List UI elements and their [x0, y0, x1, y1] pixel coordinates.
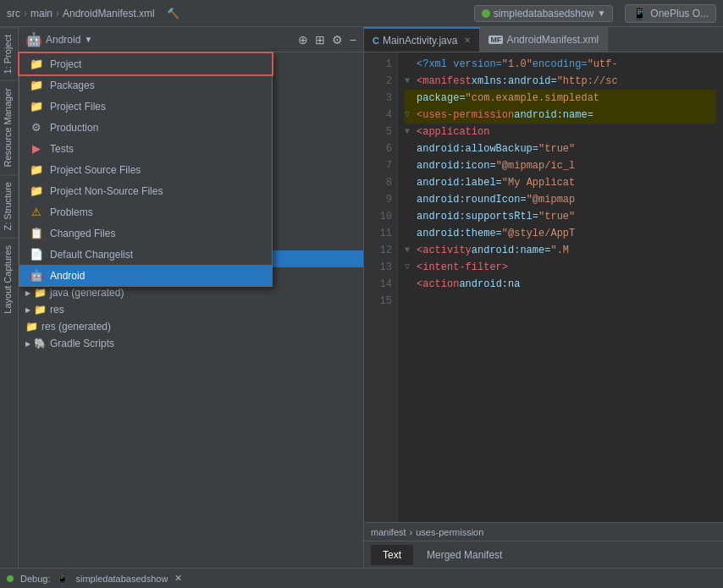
tree-java-generated[interactable]: ▶ 📁 java (generated) [19, 284, 363, 301]
run-config-arrow: ▼ [597, 8, 605, 18]
menu-project-label: Project [50, 58, 81, 70]
hammer-icon: 🔨 [167, 8, 179, 19]
sidebar-item-structure[interactable]: Z: Structure [0, 174, 18, 237]
tab-androidmanifest[interactable]: MF AndroidManifest.xml [480, 27, 608, 52]
projectfiles-icon: 📁 [30, 100, 43, 113]
gradle-label: Gradle Scripts [50, 338, 114, 349]
tab-mainactivity-label: MainActivity.java [383, 35, 457, 47]
menu-item-packages[interactable]: 📁 Packages [19, 74, 272, 96]
breadcrumb-uses-permission: uses-permission [416, 527, 483, 537]
changelist-icon: 📄 [30, 248, 43, 261]
panel-title: Android [46, 34, 80, 46]
menu-changed-label: Changed Files [50, 228, 115, 239]
menu-item-production[interactable]: ⚙ Production [19, 117, 272, 138]
sidebar-item-resource[interactable]: Resource Manager [0, 80, 18, 174]
tab-mf-icon: MF [488, 36, 503, 44]
tab-androidmanifest-label: AndroidManifest.xml [506, 34, 599, 46]
sidebar-item-project[interactable]: 1: Project [0, 27, 18, 80]
tree-gradle[interactable]: ▶ 🐘 Gradle Scripts [19, 335, 363, 352]
dropdown-menu: 📁 Project 📁 Packages 📁 Project Files ⚙ P… [19, 52, 273, 287]
menu-item-projectsource[interactable]: 📁 Project Source Files [19, 159, 272, 180]
editor-breadcrumb: manifest › uses-permission [364, 522, 723, 541]
code-line-14: ▽ <intent-filter> [405, 259, 716, 276]
menu-item-android[interactable]: 🤖 Android [19, 265, 272, 286]
menu-projectfiles-label: Project Files [50, 101, 106, 113]
code-line-6: ▼ <application [405, 124, 716, 140]
status-bar: Debug: 📱 simpledatabasedshow ✕ [0, 568, 723, 588]
android-menu-icon: 🤖 [30, 269, 43, 282]
breadcrumb: src › main › AndroidManifest.xml [7, 8, 155, 19]
code-line-1: <?xml version="1.0" encoding="utf- [405, 56, 716, 73]
res-folder-icon: 📁 [34, 304, 47, 316]
menu-item-changelist[interactable]: 📄 Default Changelist [19, 244, 272, 265]
code-line-5: ▽ <uses-permission android:name= [405, 107, 716, 124]
menu-item-projectnon[interactable]: 📁 Project Non-Source Files [19, 180, 272, 201]
device-label: OnePlus O... [650, 8, 709, 19]
problems-icon: ⚠ [30, 206, 43, 218]
run-config-label: simpledatabasedshow [494, 8, 594, 19]
breadcrumb-arrow: › [410, 527, 413, 537]
code-line-11: android:supportsRtl="true" [405, 208, 716, 225]
menu-item-projectfiles[interactable]: 📁 Project Files [19, 96, 272, 117]
menu-item-project[interactable]: 📁 Project [19, 53, 272, 74]
projectsource-icon: 📁 [30, 163, 43, 176]
menu-item-changed[interactable]: 📋 Changed Files [19, 223, 272, 244]
left-tabs: 1: Project Resource Manager Z: Structure… [0, 27, 19, 568]
code-line-10: android:roundIcon="@mipmap [405, 191, 716, 208]
java-gen-folder-icon: 📁 [34, 287, 47, 299]
code-editor: 12345 678910 1112131415 <?xml version="1… [364, 52, 723, 522]
add-icon[interactable]: ⊕ [298, 33, 308, 47]
android-icon: 🤖 [25, 31, 42, 47]
run-config[interactable]: simpledatabasedshow ▼ [474, 5, 614, 22]
editor-area: C MainActivity.java ✕ MF AndroidManifest… [364, 27, 723, 568]
tests-icon: ▶ [30, 142, 43, 155]
tree-res[interactable]: ▶ 📁 res [19, 301, 363, 318]
res-gen-folder-icon: 📁 [25, 321, 38, 332]
tree-res-generated[interactable]: 📁 res (generated) [19, 318, 363, 335]
code-content[interactable]: <?xml version="1.0" encoding="utf- ▼ <ma… [398, 52, 723, 522]
settings-icon[interactable]: ⚙ [332, 33, 343, 47]
res-expand-icon: ▶ [25, 306, 30, 314]
bottom-tabs: Text Merged Manifest [364, 541, 723, 568]
menu-changelist-label: Default Changelist [50, 249, 133, 261]
project-panel: 🤖 Android ▼ ⊕ ⊞ ⚙ − 📁 Project 📁 Packages [19, 27, 364, 568]
breadcrumb-src: src [7, 8, 20, 19]
java-generated-label: java (generated) [50, 287, 124, 299]
project-folder-icon: 📁 [30, 58, 43, 70]
main-content: 1: Project Resource Manager Z: Structure… [0, 27, 723, 568]
code-line-12: android:theme="@style/AppT [405, 225, 716, 242]
gradle-expand-icon: ▶ [25, 340, 30, 348]
menu-android-label: Android [50, 270, 85, 282]
panel-toolbar: 🤖 Android ▼ ⊕ ⊞ ⚙ − [19, 27, 363, 52]
code-line-2: ▼ <manifest xmlns:android="http://sc [405, 73, 716, 90]
status-dot [7, 575, 14, 582]
status-icon: 📱 [57, 573, 69, 584]
tab-mainactivity[interactable]: C MainActivity.java ✕ [364, 27, 480, 52]
top-bar: src › main › AndroidManifest.xml 🔨 simpl… [0, 0, 723, 27]
res-label: res [50, 304, 64, 316]
device-button[interactable]: 📱 OnePlus O... [625, 4, 716, 23]
tab-text[interactable]: Text [371, 545, 413, 565]
toolbar-icons: ⊕ ⊞ ⚙ − [298, 33, 356, 47]
code-line-15: <action android:na [405, 276, 716, 293]
sidebar-item-captures[interactable]: Layout Captures [0, 238, 18, 321]
editor-tabs: C MainActivity.java ✕ MF AndroidManifest… [364, 27, 723, 52]
menu-item-tests[interactable]: ▶ Tests [19, 138, 272, 159]
minimize-icon[interactable]: − [350, 33, 356, 47]
layout-icon[interactable]: ⊞ [315, 33, 325, 47]
res-generated-label: res (generated) [41, 321, 111, 332]
code-line-8: android:icon="@mipmap/ic_l [405, 157, 716, 174]
tab-c-icon: C [373, 36, 379, 46]
menu-production-label: Production [50, 122, 98, 134]
menu-item-problems[interactable]: ⚠ Problems [19, 201, 272, 223]
tab-merged-manifest[interactable]: Merged Manifest [415, 545, 514, 565]
menu-problems-label: Problems [50, 206, 93, 218]
tab-mainactivity-close[interactable]: ✕ [464, 36, 471, 45]
panel-dropdown[interactable]: 🤖 Android ▼ [25, 31, 92, 47]
menu-projectnon-label: Project Non-Source Files [50, 185, 163, 197]
production-icon: ⚙ [30, 121, 43, 134]
packages-icon: 📁 [30, 79, 43, 91]
code-line-4: package="com.example.simpledat [405, 90, 716, 107]
projectnon-icon: 📁 [30, 184, 43, 197]
status-close[interactable]: ✕ [174, 573, 182, 584]
